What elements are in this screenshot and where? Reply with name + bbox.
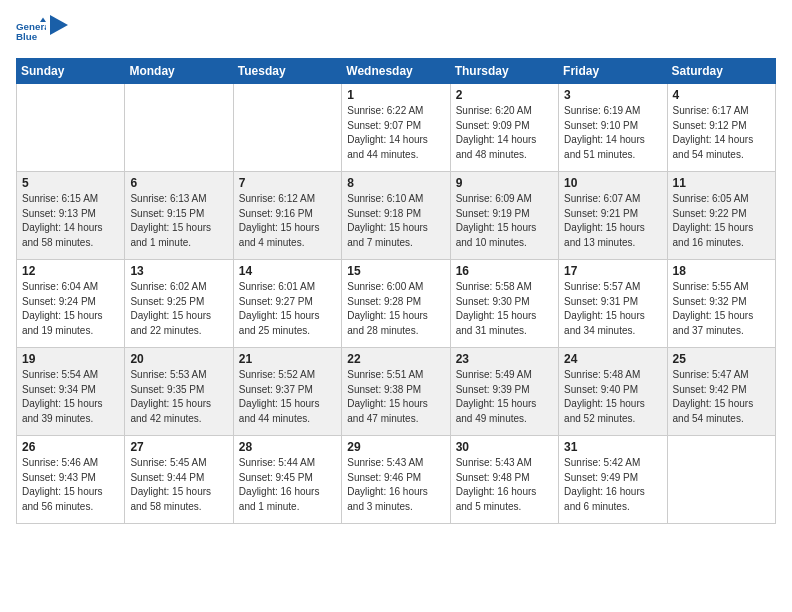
day-number: 16 <box>456 264 553 278</box>
calendar-week-row: 1Sunrise: 6:22 AM Sunset: 9:07 PM Daylig… <box>17 84 776 172</box>
day-number: 14 <box>239 264 336 278</box>
calendar-cell: 20Sunrise: 5:53 AM Sunset: 9:35 PM Dayli… <box>125 348 233 436</box>
day-number: 28 <box>239 440 336 454</box>
day-number: 10 <box>564 176 661 190</box>
calendar-cell: 28Sunrise: 5:44 AM Sunset: 9:45 PM Dayli… <box>233 436 341 524</box>
calendar-cell: 1Sunrise: 6:22 AM Sunset: 9:07 PM Daylig… <box>342 84 450 172</box>
calendar-cell: 3Sunrise: 6:19 AM Sunset: 9:10 PM Daylig… <box>559 84 667 172</box>
calendar-cell: 24Sunrise: 5:48 AM Sunset: 9:40 PM Dayli… <box>559 348 667 436</box>
day-info: Sunrise: 6:07 AM Sunset: 9:21 PM Dayligh… <box>564 192 661 250</box>
day-info: Sunrise: 6:12 AM Sunset: 9:16 PM Dayligh… <box>239 192 336 250</box>
svg-marker-2 <box>40 18 46 23</box>
day-number: 19 <box>22 352 119 366</box>
calendar-cell: 7Sunrise: 6:12 AM Sunset: 9:16 PM Daylig… <box>233 172 341 260</box>
day-info: Sunrise: 5:43 AM Sunset: 9:48 PM Dayligh… <box>456 456 553 514</box>
day-info: Sunrise: 5:42 AM Sunset: 9:49 PM Dayligh… <box>564 456 661 514</box>
logo: General Blue <box>16 16 68 46</box>
day-info: Sunrise: 6:04 AM Sunset: 9:24 PM Dayligh… <box>22 280 119 338</box>
logo-triangle-icon <box>50 15 68 37</box>
day-number: 6 <box>130 176 227 190</box>
calendar-cell: 6Sunrise: 6:13 AM Sunset: 9:15 PM Daylig… <box>125 172 233 260</box>
calendar-cell <box>17 84 125 172</box>
calendar-cell: 16Sunrise: 5:58 AM Sunset: 9:30 PM Dayli… <box>450 260 558 348</box>
header-monday: Monday <box>125 59 233 84</box>
svg-text:General: General <box>16 21 46 32</box>
day-number: 25 <box>673 352 770 366</box>
calendar-cell: 13Sunrise: 6:02 AM Sunset: 9:25 PM Dayli… <box>125 260 233 348</box>
calendar-cell: 4Sunrise: 6:17 AM Sunset: 9:12 PM Daylig… <box>667 84 775 172</box>
calendar-cell: 2Sunrise: 6:20 AM Sunset: 9:09 PM Daylig… <box>450 84 558 172</box>
day-info: Sunrise: 6:17 AM Sunset: 9:12 PM Dayligh… <box>673 104 770 162</box>
day-number: 24 <box>564 352 661 366</box>
day-number: 29 <box>347 440 444 454</box>
calendar-cell: 29Sunrise: 5:43 AM Sunset: 9:46 PM Dayli… <box>342 436 450 524</box>
day-info: Sunrise: 5:43 AM Sunset: 9:46 PM Dayligh… <box>347 456 444 514</box>
calendar-cell: 8Sunrise: 6:10 AM Sunset: 9:18 PM Daylig… <box>342 172 450 260</box>
day-number: 27 <box>130 440 227 454</box>
day-number: 23 <box>456 352 553 366</box>
day-number: 22 <box>347 352 444 366</box>
day-info: Sunrise: 5:44 AM Sunset: 9:45 PM Dayligh… <box>239 456 336 514</box>
calendar-cell: 18Sunrise: 5:55 AM Sunset: 9:32 PM Dayli… <box>667 260 775 348</box>
logo-icon: General Blue <box>16 16 46 46</box>
calendar-cell: 26Sunrise: 5:46 AM Sunset: 9:43 PM Dayli… <box>17 436 125 524</box>
day-info: Sunrise: 5:53 AM Sunset: 9:35 PM Dayligh… <box>130 368 227 426</box>
svg-text:Blue: Blue <box>16 31 38 42</box>
calendar-cell: 17Sunrise: 5:57 AM Sunset: 9:31 PM Dayli… <box>559 260 667 348</box>
day-number: 17 <box>564 264 661 278</box>
calendar-cell: 10Sunrise: 6:07 AM Sunset: 9:21 PM Dayli… <box>559 172 667 260</box>
day-number: 31 <box>564 440 661 454</box>
day-number: 7 <box>239 176 336 190</box>
calendar-week-row: 26Sunrise: 5:46 AM Sunset: 9:43 PM Dayli… <box>17 436 776 524</box>
day-info: Sunrise: 6:13 AM Sunset: 9:15 PM Dayligh… <box>130 192 227 250</box>
day-number: 18 <box>673 264 770 278</box>
calendar-week-row: 12Sunrise: 6:04 AM Sunset: 9:24 PM Dayli… <box>17 260 776 348</box>
day-info: Sunrise: 6:01 AM Sunset: 9:27 PM Dayligh… <box>239 280 336 338</box>
day-number: 12 <box>22 264 119 278</box>
day-info: Sunrise: 6:05 AM Sunset: 9:22 PM Dayligh… <box>673 192 770 250</box>
day-number: 9 <box>456 176 553 190</box>
day-number: 11 <box>673 176 770 190</box>
day-info: Sunrise: 5:49 AM Sunset: 9:39 PM Dayligh… <box>456 368 553 426</box>
day-number: 5 <box>22 176 119 190</box>
day-info: Sunrise: 6:02 AM Sunset: 9:25 PM Dayligh… <box>130 280 227 338</box>
header-saturday: Saturday <box>667 59 775 84</box>
day-number: 21 <box>239 352 336 366</box>
day-info: Sunrise: 5:55 AM Sunset: 9:32 PM Dayligh… <box>673 280 770 338</box>
day-number: 1 <box>347 88 444 102</box>
day-number: 3 <box>564 88 661 102</box>
calendar-cell <box>125 84 233 172</box>
calendar-cell: 22Sunrise: 5:51 AM Sunset: 9:38 PM Dayli… <box>342 348 450 436</box>
page-header: General Blue <box>16 16 776 46</box>
day-info: Sunrise: 6:19 AM Sunset: 9:10 PM Dayligh… <box>564 104 661 162</box>
calendar-cell: 31Sunrise: 5:42 AM Sunset: 9:49 PM Dayli… <box>559 436 667 524</box>
calendar-cell: 23Sunrise: 5:49 AM Sunset: 9:39 PM Dayli… <box>450 348 558 436</box>
day-number: 26 <box>22 440 119 454</box>
day-info: Sunrise: 5:47 AM Sunset: 9:42 PM Dayligh… <box>673 368 770 426</box>
calendar-cell: 19Sunrise: 5:54 AM Sunset: 9:34 PM Dayli… <box>17 348 125 436</box>
calendar-cell: 15Sunrise: 6:00 AM Sunset: 9:28 PM Dayli… <box>342 260 450 348</box>
calendar-cell: 30Sunrise: 5:43 AM Sunset: 9:48 PM Dayli… <box>450 436 558 524</box>
header-sunday: Sunday <box>17 59 125 84</box>
day-info: Sunrise: 6:20 AM Sunset: 9:09 PM Dayligh… <box>456 104 553 162</box>
day-info: Sunrise: 5:58 AM Sunset: 9:30 PM Dayligh… <box>456 280 553 338</box>
day-info: Sunrise: 5:48 AM Sunset: 9:40 PM Dayligh… <box>564 368 661 426</box>
day-number: 4 <box>673 88 770 102</box>
calendar-week-row: 19Sunrise: 5:54 AM Sunset: 9:34 PM Dayli… <box>17 348 776 436</box>
calendar-cell <box>667 436 775 524</box>
day-info: Sunrise: 6:15 AM Sunset: 9:13 PM Dayligh… <box>22 192 119 250</box>
day-info: Sunrise: 5:45 AM Sunset: 9:44 PM Dayligh… <box>130 456 227 514</box>
day-number: 13 <box>130 264 227 278</box>
day-info: Sunrise: 5:46 AM Sunset: 9:43 PM Dayligh… <box>22 456 119 514</box>
day-number: 20 <box>130 352 227 366</box>
calendar-week-row: 5Sunrise: 6:15 AM Sunset: 9:13 PM Daylig… <box>17 172 776 260</box>
calendar-table: SundayMondayTuesdayWednesdayThursdayFrid… <box>16 58 776 524</box>
calendar-cell: 11Sunrise: 6:05 AM Sunset: 9:22 PM Dayli… <box>667 172 775 260</box>
header-tuesday: Tuesday <box>233 59 341 84</box>
header-wednesday: Wednesday <box>342 59 450 84</box>
day-info: Sunrise: 5:57 AM Sunset: 9:31 PM Dayligh… <box>564 280 661 338</box>
calendar-cell: 9Sunrise: 6:09 AM Sunset: 9:19 PM Daylig… <box>450 172 558 260</box>
day-info: Sunrise: 5:54 AM Sunset: 9:34 PM Dayligh… <box>22 368 119 426</box>
day-number: 15 <box>347 264 444 278</box>
calendar-cell <box>233 84 341 172</box>
